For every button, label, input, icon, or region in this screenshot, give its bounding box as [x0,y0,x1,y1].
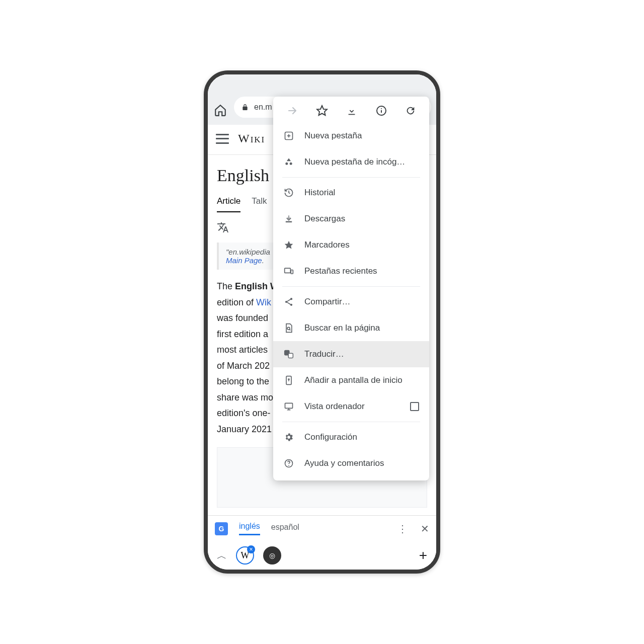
download-icon[interactable] [346,105,357,116]
menu-incognito[interactable]: Nueva pestaña de incóg… [273,149,429,175]
svg-point-3 [381,108,382,109]
menu-label: Nueva pestaña [304,131,362,141]
svg-rect-8 [285,268,291,273]
translate-more-icon[interactable]: ⋮ [397,523,408,535]
devices-icon [283,266,294,276]
menu-label: Pestañas recientes [304,266,377,276]
star-icon[interactable] [316,105,328,117]
svg-marker-7 [285,241,293,249]
svg-rect-9 [291,270,293,274]
menu-label: Buscar en la página [304,323,380,333]
svg-line-16 [290,330,291,331]
desktop-checkbox[interactable] [410,402,419,411]
desktop-icon [283,401,294,412]
translate-icon: G [283,349,294,359]
menu-settings[interactable]: Configuración [273,424,429,450]
tab-article[interactable]: Article [217,196,240,212]
redirect-text: "en.wikipedia [226,248,270,256]
info-icon[interactable] [375,105,387,117]
close-badge-icon[interactable]: × [247,545,255,553]
menu-new-tab[interactable]: Nueva pestaña [273,123,429,149]
menu-icon-row [273,97,429,123]
menu-history[interactable]: Historial [273,180,429,206]
incognito-icon [283,157,294,167]
reload-icon[interactable] [405,105,416,116]
menu-separator [282,177,420,178]
menu-label: Configuración [304,432,357,442]
menu-share[interactable]: Compartir… [273,289,429,315]
menu-separator [282,286,420,287]
hamburger-menu-icon[interactable] [216,134,229,144]
menu-recent-tabs[interactable]: Pestañas recientes [273,258,429,284]
menu-label: Historial [304,188,335,198]
home-button[interactable] [213,103,228,118]
menu-label: Vista ordenador [304,401,365,412]
overflow-menu: Nueva pestaña Nueva pestaña de incóg… Hi… [273,97,429,480]
share-icon [283,297,294,307]
wiki-logo-text[interactable]: Wiki [238,132,265,145]
menu-label: Ayuda y comentarios [304,458,384,468]
menu-label: Traducir… [304,349,344,359]
menu-label: Marcadores [304,240,350,250]
tab-chip-wikipedia[interactable]: W × [236,546,254,565]
svg-line-14 [287,302,291,304]
gear-icon [283,432,294,442]
bookmark-star-icon [283,240,294,250]
menu-label: Descargas [304,214,345,224]
history-icon [283,188,294,198]
svg-line-13 [287,299,291,301]
plus-square-icon [283,131,294,141]
screen: en.m Wiki English Article Talk "en.wikip… [208,74,436,570]
main-page-link[interactable]: Main Page [226,256,262,265]
menu-translate[interactable]: G Traducir… [273,341,429,367]
tab-talk[interactable]: Talk [252,196,267,212]
phone-frame: en.m Wiki English Article Talk "en.wikip… [204,70,440,574]
translate-close-icon[interactable]: ✕ [421,523,429,535]
menu-desktop[interactable]: Vista ordenador [273,393,429,420]
menu-bookmarks[interactable]: Marcadores [273,232,429,258]
tab-chip-other[interactable]: ◎ [263,546,281,565]
new-tab-plus-icon[interactable]: + [419,547,427,564]
svg-rect-18 [288,353,293,358]
bottom-tab-strip: ︿ W × ◎ + [208,541,436,570]
svg-marker-0 [317,106,327,115]
wikipedia-link[interactable]: Wik [256,297,271,307]
menu-find[interactable]: Buscar en la página [273,315,429,341]
url-text: en.m [254,103,272,112]
menu-separator [282,422,420,422]
menu-help[interactable]: Ayuda y comentarios [273,450,429,476]
svg-point-15 [287,327,290,330]
translate-lang-spanish[interactable]: español [271,523,299,535]
find-in-page-icon [283,323,294,333]
translate-bar: G inglés español ⋮ ✕ [208,515,436,541]
menu-label: Nueva pestaña de incóg… [304,157,405,167]
chevron-up-icon[interactable]: ︿ [217,549,227,562]
forward-icon[interactable] [286,105,298,117]
translate-lang-english[interactable]: inglés [239,522,260,535]
menu-add-home[interactable]: Añadir a pantalla de inicio [273,367,429,393]
menu-label: Añadir a pantalla de inicio [304,375,403,385]
google-translate-icon: G [215,522,228,535]
menu-downloads[interactable]: Descargas [273,206,429,232]
svg-point-25 [288,465,289,466]
downloads-icon [283,214,294,224]
menu-label: Compartir… [304,297,351,307]
svg-text:G: G [286,351,288,354]
lock-icon [241,103,249,111]
svg-rect-21 [285,403,293,408]
help-icon [283,458,294,468]
add-to-home-icon [283,375,294,385]
